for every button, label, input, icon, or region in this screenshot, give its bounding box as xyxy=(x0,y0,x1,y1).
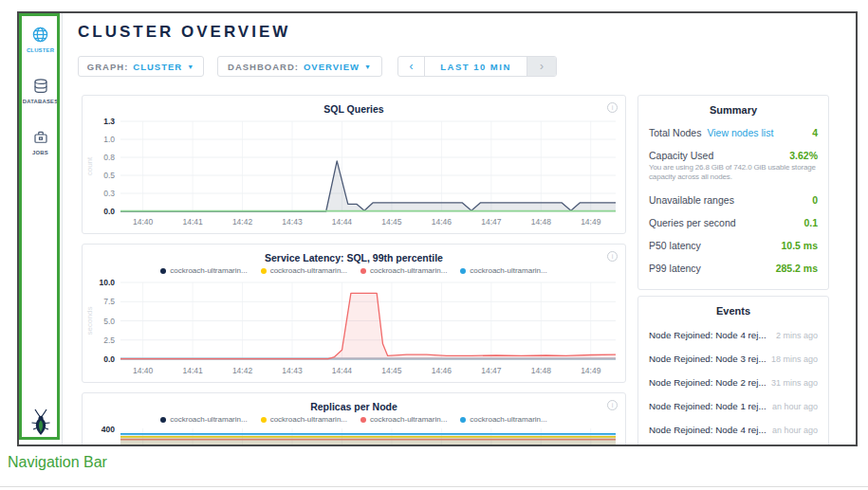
app-window: CLUSTER DATABASES JOBS xyxy=(17,11,858,446)
chevron-down-icon: ▼ xyxy=(187,64,194,70)
event-row: Node Rejoined: Node 2 rej... 31 mins ago xyxy=(649,377,818,388)
annotation-highlight xyxy=(19,13,60,440)
svg-text:14:47: 14:47 xyxy=(481,217,502,227)
summary-panel: Summary Total Nodes View nodes list 4 Ca… xyxy=(637,95,829,290)
svg-text:14:41: 14:41 xyxy=(182,366,203,375)
svg-text:14:41: 14:41 xyxy=(182,217,203,227)
event-text: Node Rejoined: Node 2 rej... xyxy=(649,377,766,388)
time-range-selector: ‹ LAST 10 MIN › xyxy=(397,56,557,77)
time-next-button: › xyxy=(526,57,556,76)
event-text: Node Rejoined: Node 4 rej... xyxy=(649,330,766,340)
time-range-value[interactable]: LAST 10 MIN xyxy=(425,57,526,76)
svg-text:2.5: 2.5 xyxy=(103,336,115,345)
event-time: 31 mins ago xyxy=(771,378,818,388)
svg-text:400: 400 xyxy=(102,425,115,434)
event-time: an hour ago xyxy=(772,426,818,435)
event-row: Node Rejoined: Node 4 rej... an hour ago xyxy=(649,425,818,435)
svg-text:14:48: 14:48 xyxy=(531,366,552,375)
dashboard-dropdown-label: DASHBOARD: xyxy=(228,62,299,72)
dashboard-dropdown-value: OVERVIEW xyxy=(304,62,360,72)
summary-row-label: Capacity Used xyxy=(649,150,713,161)
svg-text:14:46: 14:46 xyxy=(432,366,452,375)
event-time: an hour ago xyxy=(772,402,818,411)
svg-text:0.0: 0.0 xyxy=(103,207,115,216)
event-time: 2 mins ago xyxy=(776,331,818,340)
svg-text:14:48: 14:48 xyxy=(531,217,552,227)
svg-text:14:43: 14:43 xyxy=(282,366,303,375)
svg-text:14:45: 14:45 xyxy=(381,366,402,375)
graph-dropdown-label: GRAPH: xyxy=(87,62,128,72)
summary-row-label: Total Nodes xyxy=(649,127,701,138)
svg-text:14:42: 14:42 xyxy=(232,366,253,375)
summary-row-label: P50 latency xyxy=(649,240,701,251)
svg-text:1.0: 1.0 xyxy=(103,135,115,144)
service-latency-plot: 0.02.55.07.510.014:4014:4114:4214:4314:4… xyxy=(83,245,625,382)
annotation-label: Navigation Bar xyxy=(8,454,107,471)
svg-text:0.5: 0.5 xyxy=(103,171,115,180)
svg-text:14:40: 14:40 xyxy=(133,366,154,375)
summary-row-value: 0.1 xyxy=(803,217,818,228)
chart-card-replicas-per-node: Replicas per Node i cockroach-ultramarin… xyxy=(82,392,626,446)
svg-text:7.5: 7.5 xyxy=(103,297,115,306)
summary-row-label: Unavailable ranges xyxy=(649,194,734,206)
summary-row-value: 10.5 ms xyxy=(781,240,818,251)
view-nodes-list-link[interactable]: View nodes list xyxy=(707,127,773,138)
summary-row-value: 3.62% xyxy=(789,150,818,161)
svg-text:14:42: 14:42 xyxy=(232,217,253,227)
svg-text:14:45: 14:45 xyxy=(381,217,402,227)
summary-row-value: 0 xyxy=(812,194,818,206)
summary-row: Queries per second 0.1 xyxy=(649,217,818,228)
chevron-down-icon: ▼ xyxy=(364,64,372,70)
summary-row: Total Nodes View nodes list 4 xyxy=(649,127,818,138)
graph-dropdown-value: CLUSTER xyxy=(133,62,182,72)
summary-row-value: 4 xyxy=(812,127,818,138)
dashboard-dropdown[interactable]: DASHBOARD: OVERVIEW ▼ xyxy=(217,56,382,77)
summary-row-label: Queries per second xyxy=(649,217,736,228)
event-time: 18 mins ago xyxy=(771,354,818,364)
capacity-note: You are using 26.8 GiB of 742.0 GiB usab… xyxy=(649,163,818,183)
svg-text:seconds: seconds xyxy=(85,307,94,336)
summary-row-label: P99 latency xyxy=(649,263,701,274)
svg-text:14:46: 14:46 xyxy=(432,217,452,227)
svg-text:5.0: 5.0 xyxy=(103,317,115,326)
svg-text:0.3: 0.3 xyxy=(103,189,115,198)
summary-row: Unavailable ranges 0 xyxy=(649,194,818,206)
events-panel-title: Events xyxy=(638,305,828,317)
events-panel: Events Node Rejoined: Node 4 rej... 2 mi… xyxy=(637,296,829,446)
summary-row: P50 latency 10.5 ms xyxy=(649,240,818,251)
event-row: Node Rejoined: Node 3 rej... 18 mins ago xyxy=(649,354,818,364)
event-text: Node Rejoined: Node 4 rej... xyxy=(649,425,766,435)
bottom-divider xyxy=(0,486,868,487)
svg-text:14:40: 14:40 xyxy=(133,217,154,227)
summary-row-value: 285.2 ms xyxy=(776,263,818,274)
svg-text:0.0: 0.0 xyxy=(103,354,115,364)
chart-card-sql-queries: SQL Queries i 0.00.30.50.81.01.314:4014:… xyxy=(82,95,626,234)
summary-panel-title: Summary xyxy=(638,104,828,116)
svg-text:0.8: 0.8 xyxy=(103,153,115,162)
event-row: Node Rejoined: Node 4 rej... 2 mins ago xyxy=(649,330,818,340)
summary-row: Capacity Used 3.62% xyxy=(649,150,818,161)
svg-text:14:49: 14:49 xyxy=(581,366,601,375)
event-text: Node Rejoined: Node 3 rej... xyxy=(649,354,766,364)
svg-text:14:44: 14:44 xyxy=(332,366,353,375)
chart-card-service-latency: Service Latency: SQL, 99th percentile i … xyxy=(82,244,626,383)
sql-queries-plot: 0.00.30.50.81.01.314:4014:4114:4214:4314… xyxy=(83,96,625,233)
svg-text:10.0: 10.0 xyxy=(99,278,115,287)
svg-text:14:43: 14:43 xyxy=(282,217,303,227)
summary-row: P99 latency 285.2 ms xyxy=(649,263,818,274)
replicas-per-node-plot: 40014:4014:4114:4214:4314:4414:4514:4614… xyxy=(83,393,625,446)
page-title: CLUSTER OVERVIEW xyxy=(78,23,290,42)
graph-dropdown[interactable]: GRAPH: CLUSTER ▼ xyxy=(78,56,204,77)
svg-text:14:44: 14:44 xyxy=(332,217,353,227)
svg-text:14:49: 14:49 xyxy=(581,217,601,227)
svg-text:1.3: 1.3 xyxy=(103,117,115,126)
time-prev-button[interactable]: ‹ xyxy=(398,57,425,76)
svg-text:count: count xyxy=(85,156,94,175)
event-text: Node Rejoined: Node 1 rej... xyxy=(649,401,766,411)
event-row: Node Rejoined: Node 1 rej... an hour ago xyxy=(649,401,818,411)
svg-text:14:47: 14:47 xyxy=(481,366,502,375)
